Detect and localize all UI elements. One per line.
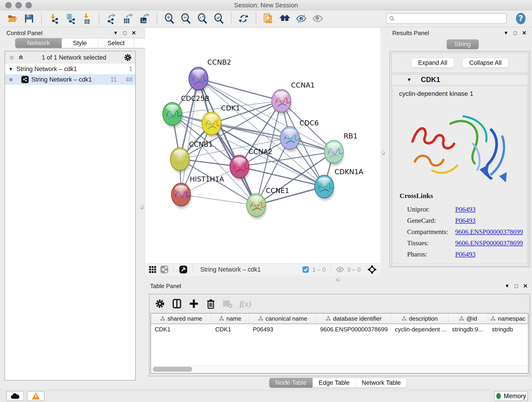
create-column-icon[interactable] xyxy=(189,299,199,309)
expand-all-button[interactable]: Expand All xyxy=(411,58,455,68)
zoom-selected-button[interactable] xyxy=(212,12,226,26)
splitter-grip[interactable] xyxy=(140,205,144,210)
collapse-caret-icon[interactable]: ▼ xyxy=(407,77,412,83)
maximize-panel-icon[interactable]: □ xyxy=(513,30,517,36)
close-panel-icon[interactable]: ✕ xyxy=(132,30,136,36)
search-input[interactable] xyxy=(397,15,504,22)
help-button[interactable]: ? xyxy=(515,12,526,25)
open-in-new-window-icon[interactable] xyxy=(179,265,188,274)
network-graph: CCNB2CCNA1CDC25BCDK1CDC6RB1CCNB1CCNA2CDK… xyxy=(145,28,380,263)
node-label-CCNE1: CCNE1 xyxy=(266,186,289,195)
node-CDKN1A[interactable]: CDKN1A xyxy=(315,168,363,200)
close-panel-icon[interactable]: ✕ xyxy=(523,283,528,289)
toolbar-separator xyxy=(99,13,99,25)
network-row[interactable]: String Network – cdk1 11 48 xyxy=(5,74,135,85)
edge-CCNA2-CDKN1A[interactable] xyxy=(239,167,324,186)
table-cell[interactable]: stringdb xyxy=(488,324,528,335)
table-cell[interactable]: stringdb:9... xyxy=(448,324,488,335)
crosslink-link[interactable]: P06493 xyxy=(455,250,476,258)
float-panel-icon[interactable]: ▼ xyxy=(505,283,510,289)
tab-network[interactable]: Network xyxy=(15,38,62,48)
column-header-name[interactable]: name xyxy=(211,313,249,324)
delete-column-trash-icon[interactable] xyxy=(206,299,216,309)
table-cell[interactable]: 9606.ENSP00000378699 xyxy=(317,324,391,335)
collapse-all-button[interactable]: Collapse All xyxy=(462,58,509,68)
column-header-description[interactable]: description xyxy=(391,313,448,324)
float-panel-icon[interactable]: ▼ xyxy=(113,30,118,36)
column-header-shared-name[interactable]: shared name xyxy=(151,313,211,324)
import-network-database-button[interactable] xyxy=(63,12,77,26)
table-cell[interactable]: cyclin-dependent ... xyxy=(391,324,448,335)
window-title: Session: New Session xyxy=(0,2,532,9)
edge-HIST1H1A-CCNE1[interactable] xyxy=(181,195,256,205)
apply-layout-button[interactable] xyxy=(236,12,251,26)
scrollbar-thumb[interactable] xyxy=(153,367,192,372)
birds-eye-view-icon[interactable] xyxy=(367,264,377,274)
edge-CCNB2-RB1[interactable] xyxy=(198,79,334,152)
grid-view-icon[interactable] xyxy=(148,265,157,274)
close-panel-icon[interactable]: ✕ xyxy=(522,30,526,36)
node-CCNA1[interactable]: CCNA1 xyxy=(272,81,315,115)
crosslink-link[interactable]: P06493 xyxy=(455,217,476,224)
hide-details-button[interactable] xyxy=(294,12,308,26)
table-options-gear-icon[interactable] xyxy=(155,299,165,309)
network-view-icon[interactable] xyxy=(160,265,169,274)
float-panel-icon[interactable]: ▼ xyxy=(504,30,509,36)
node-label-RB1: RB1 xyxy=(344,132,358,140)
warnings-button[interactable] xyxy=(27,391,44,401)
selected-checkbox[interactable] xyxy=(302,266,309,273)
crosslink-link[interactable]: 9606.ENSP00000378699 xyxy=(455,228,523,235)
collection-expander-icon[interactable]: ▼ xyxy=(8,66,14,72)
column-header-database-identifier[interactable]: database identifier xyxy=(317,313,391,324)
show-details-button[interactable] xyxy=(311,12,325,26)
export-table-button[interactable] xyxy=(121,12,135,26)
network-collection-row[interactable]: ▼ String Network – cdk1 1 xyxy=(5,64,135,74)
string-home-button[interactable] xyxy=(278,12,292,26)
gear-icon[interactable] xyxy=(124,53,132,62)
zoom-in-button[interactable] xyxy=(162,12,177,26)
expand-all-icon[interactable] xyxy=(17,54,24,61)
zoom-fit-button[interactable] xyxy=(195,12,209,26)
node-HIST1H1A[interactable]: HIST1H1A xyxy=(171,175,224,208)
column-label: canonical name xyxy=(266,315,307,322)
column-header-canonical-name[interactable]: canonical name xyxy=(249,313,317,324)
memory-button[interactable]: Memory xyxy=(494,391,528,401)
status-bar: Memory xyxy=(0,390,532,402)
open-session-button[interactable] xyxy=(6,12,20,26)
export-network-button[interactable] xyxy=(104,12,119,26)
node-RB1[interactable]: RB1 xyxy=(324,132,358,166)
export-image-button[interactable] xyxy=(138,12,152,26)
save-session-button[interactable] xyxy=(22,12,36,26)
tab-style[interactable]: Style xyxy=(62,38,98,48)
copy-network-button[interactable] xyxy=(261,12,275,26)
zoom-out-button[interactable] xyxy=(179,12,193,26)
table-cell[interactable]: CDK1 xyxy=(151,324,211,335)
tab-select[interactable]: Select xyxy=(98,38,134,48)
cloud-status-button[interactable] xyxy=(6,391,24,401)
maximize-panel-icon[interactable]: □ xyxy=(515,283,518,289)
gene-section-header[interactable]: ▼ CDK1 xyxy=(392,75,528,85)
edge-CCNA1-CCNA2[interactable] xyxy=(239,101,281,167)
tab-network-table[interactable]: Network Table xyxy=(356,378,407,388)
show-columns-icon[interactable] xyxy=(172,299,182,309)
node-CCNE1[interactable]: CCNE1 xyxy=(247,186,289,219)
column-header-namespac[interactable]: namespac xyxy=(488,313,528,324)
tab-string[interactable]: String xyxy=(447,39,479,49)
table-cell[interactable]: P06493 xyxy=(249,324,317,335)
import-table-file-button[interactable] xyxy=(80,12,94,26)
network-canvas[interactable]: CCNB2CCNA1CDC25BCDK1CDC6RB1CCNB1CCNA2CDK… xyxy=(145,28,380,263)
crosslink-link[interactable]: 9606.ENSP00000378699 xyxy=(455,239,523,247)
maximize-panel-icon[interactable]: □ xyxy=(123,30,127,36)
tab-node-table[interactable]: Node Table xyxy=(269,378,313,388)
splitter-grip[interactable] xyxy=(336,278,340,281)
zoom-fit-icon xyxy=(197,13,208,24)
table-row[interactable]: CDK1CDK1P064939606.ENSP00000378699cyclin… xyxy=(151,324,528,335)
table-cell[interactable]: CDK1 xyxy=(211,324,249,335)
node-CCNB2[interactable]: CCNB2 xyxy=(189,58,231,92)
crosslink-link[interactable]: P06493 xyxy=(455,206,476,213)
collapse-all-icon[interactable] xyxy=(8,54,15,61)
column-header--id[interactable]: @id xyxy=(448,313,488,324)
import-network-file-button[interactable] xyxy=(47,12,61,26)
splitter-grip[interactable] xyxy=(382,151,385,155)
tab-edge-table[interactable]: Edge Table xyxy=(313,378,356,388)
